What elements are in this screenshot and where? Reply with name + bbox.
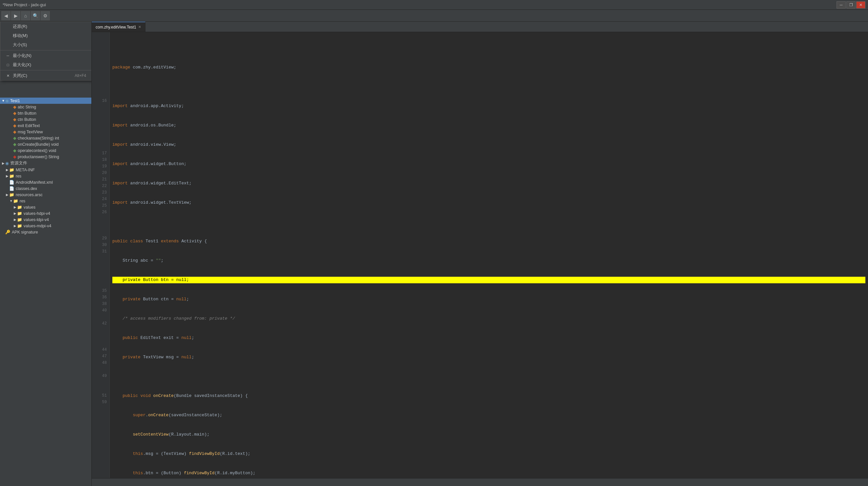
tree-label-test1: Test1 xyxy=(10,99,20,103)
code-content[interactable]: package com.zhy.editView; import android… xyxy=(110,32,868,478)
move-label: 移动(M) xyxy=(13,33,28,39)
tree-label-checkansaw: checkansaw(String) int xyxy=(18,136,59,140)
minimize-button[interactable]: ─ xyxy=(837,1,846,8)
tree-label-productanswer: productanswer() String xyxy=(18,155,59,159)
tree-item-values[interactable]: ▶ 📁 values xyxy=(0,204,91,210)
expand-icon-arsc: ▶ xyxy=(5,193,9,196)
tree-item-values-mdpi[interactable]: ▶ 📁 values-mdpi-v4 xyxy=(0,223,91,229)
code-line xyxy=(112,219,865,225)
tree-item-apksig[interactable]: 🔑 APK signature xyxy=(0,229,91,235)
context-menu-size[interactable]: 大小(S) xyxy=(0,40,91,50)
key-icon-apksig: 🔑 xyxy=(5,230,10,234)
tree-item-res2[interactable]: ▼ 📁 res xyxy=(0,198,91,204)
field-icon-abc: ◆ xyxy=(13,104,17,109)
code-line xyxy=(112,45,865,52)
toolbar-search-button[interactable]: 🔍 xyxy=(31,11,40,20)
toolbar-back-button[interactable]: ◀ xyxy=(1,11,10,20)
tree-item-operatecontext[interactable]: ◆ operatecontext() void xyxy=(0,148,91,154)
tree-label-res2: res xyxy=(20,199,25,203)
toolbar-forward-button[interactable]: ▶ xyxy=(11,11,20,20)
close-label: 关闭(C) xyxy=(13,73,27,78)
title-bar: *New Project - jadx-gui ─ ❐ ✕ xyxy=(0,0,868,10)
tree-item-androidmanifest[interactable]: 📄 AndroidManifest.xml xyxy=(0,179,91,185)
context-menu-close[interactable]: ✕ 关闭(C) Alt+F4 xyxy=(0,71,91,80)
folder-icon-values: 📁 xyxy=(17,205,22,209)
expand-icon-res: ▶ xyxy=(5,174,9,178)
line-numbers: 16 17 18 19 20 21 22 xyxy=(92,32,110,478)
tree-label-values: values xyxy=(24,205,35,209)
toolbar: ◀ ▶ ⌂ 🔍 ⚙ xyxy=(0,10,868,22)
expand-icon-ldpi: ▶ xyxy=(13,218,17,221)
tree-label-oncreate: onCreate(Bundle) void xyxy=(18,142,59,147)
expand-icon-resources: ▶ xyxy=(1,161,5,165)
tree-label-btn: btn Button xyxy=(18,111,36,116)
tree-item-res[interactable]: ▶ 📁 res xyxy=(0,173,91,179)
code-line-highlighted: private Button btn = null; xyxy=(112,277,865,283)
toolbar-home-button[interactable]: ⌂ xyxy=(21,11,30,20)
code-line: this.btn = (Button) findViewById(R.id.my… xyxy=(112,470,865,477)
code-line: super.onCreate(savedInstanceState); xyxy=(112,412,865,419)
tree-item-resources[interactable]: ▶ ◉ 资源文件 xyxy=(0,160,91,167)
method-icon-oncreate: ◆ xyxy=(13,142,17,147)
code-line: import android.widget.Button; xyxy=(112,161,865,167)
tree-item-classesdex[interactable]: 📄 classes.dex xyxy=(0,185,91,192)
context-menu-maximize[interactable]: □ 最大化(X) xyxy=(0,60,91,69)
file-icon-dex: 📄 xyxy=(9,186,14,191)
editor-tab-test1[interactable]: com.zhy.editView.Test1 ✕ xyxy=(92,22,146,32)
tree-item-oncreate[interactable]: ◆ onCreate(Bundle) void xyxy=(0,141,91,148)
tree-label-apksig: APK signature xyxy=(12,230,38,234)
folder-icon-resources: ◉ xyxy=(5,161,9,166)
toolbar-settings-button[interactable]: ⚙ xyxy=(41,11,50,20)
context-menu-minimize[interactable]: ─ 最小化(N) xyxy=(0,51,91,60)
main-layout: ◀ ▶ ⌂ 🔍 ⚙ 还原(R) 移动(M) 大小(S) xyxy=(0,10,868,486)
code-line: package com.zhy.editView; xyxy=(112,64,865,71)
tree-item-msg[interactable]: ◆ msg TextView xyxy=(0,129,91,135)
tree-item-checkansaw[interactable]: ◆ checkansaw(String) int xyxy=(0,135,91,141)
code-line: public class Test1 extends Activity { xyxy=(112,238,865,245)
code-line: public EditText exit = null; xyxy=(112,335,865,341)
code-line: import android.app.Activity; xyxy=(112,103,865,109)
tree-item-resourcesarsc[interactable]: ▶ 📁 resources.arsc xyxy=(0,192,91,198)
close-button[interactable]: ✕ xyxy=(856,1,865,8)
tree-item-productanswer[interactable]: ◆ productanswer() String xyxy=(0,154,91,160)
tree-label-ldpi: values-ldpi-v4 xyxy=(24,218,49,222)
field-icon-ctn: ◆ xyxy=(13,117,17,122)
tree-item-meta-inf[interactable]: ▶ 📁 META-INF xyxy=(0,167,91,173)
tree-item-values-ldpi[interactable]: ▶ 📁 values-ldpi-v4 xyxy=(0,217,91,223)
tab-bar: com.zhy.editView.Test1 ✕ xyxy=(92,22,868,32)
folder-icon-meta: 📁 xyxy=(9,167,14,172)
expand-icon-res2: ▼ xyxy=(9,199,13,203)
field-icon-msg: ◆ xyxy=(13,129,17,134)
field-icon-btn: ◆ xyxy=(13,111,17,116)
title-controls: ─ ❐ ✕ xyxy=(837,1,865,8)
code-line: import android.os.Bundle; xyxy=(112,122,865,129)
context-menu-sep2 xyxy=(0,70,91,70)
tree-item-ctn[interactable]: ◆ ctn Button xyxy=(0,116,91,123)
context-menu-move[interactable]: 移动(M) xyxy=(0,31,91,40)
code-editor[interactable]: 16 17 18 19 20 21 22 xyxy=(92,32,868,478)
tree-item-btn[interactable]: ◆ btn Button xyxy=(0,110,91,116)
tree-label-arsc: resources.arsc xyxy=(16,193,42,197)
window-title: *New Project - jadx-gui xyxy=(3,2,837,7)
code-line: import android.widget.TextView; xyxy=(112,199,865,206)
tab-close-button[interactable]: ✕ xyxy=(138,25,141,29)
tree-label-meta: META-INF xyxy=(16,168,35,172)
restore-button[interactable]: ❐ xyxy=(846,1,856,8)
status-bar xyxy=(92,478,868,486)
folder-icon-test1: ◉ xyxy=(5,98,9,103)
context-menu-restore[interactable]: 还原(R) xyxy=(0,22,91,31)
maximize-label: 最大化(X) xyxy=(13,62,31,68)
close-icon: ✕ xyxy=(6,74,10,78)
tree-item-abc[interactable]: ◆ abc String xyxy=(0,104,91,110)
tree-item-test1[interactable]: ▼ ◉ Test1 xyxy=(0,98,91,104)
sidebar: 还原(R) 移动(M) 大小(S) ─ 最小化(N) □ 最大化(X) xyxy=(0,22,92,486)
code-line: setContentView(R.layout.main); xyxy=(112,431,865,438)
tree-item-values-hdpi[interactable]: ▶ 📁 values-hdpi-v4 xyxy=(0,210,91,217)
code-line: import android.widget.EditText; xyxy=(112,180,865,187)
expand-icon-test1: ▼ xyxy=(1,99,5,102)
folder-icon-ldpi: 📁 xyxy=(17,217,22,222)
tree-label-hdpi: values-hdpi-v4 xyxy=(24,211,50,216)
code-line xyxy=(112,84,865,90)
tree-item-exit[interactable]: ◆ exit EditText xyxy=(0,123,91,129)
tab-label: com.zhy.editView.Test1 xyxy=(96,25,136,30)
